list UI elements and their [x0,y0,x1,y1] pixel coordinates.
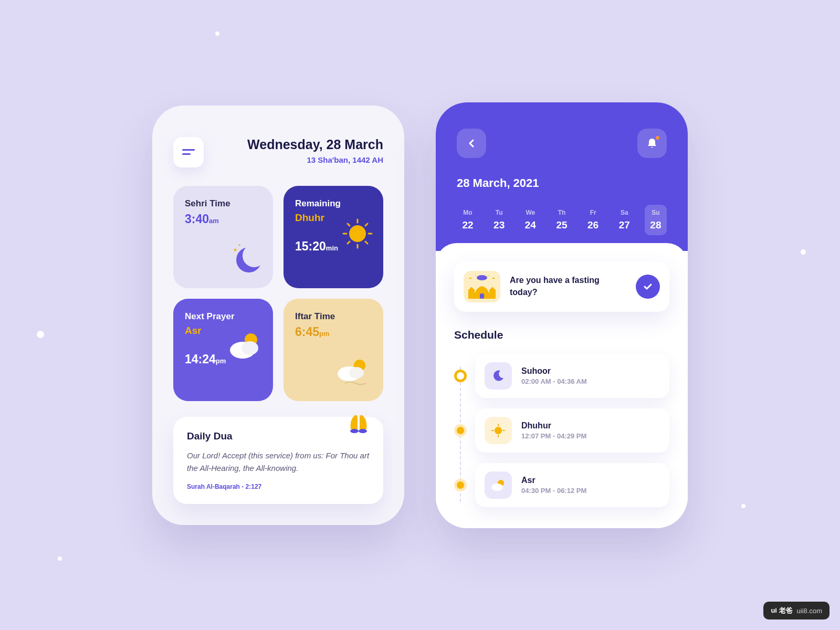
notification-badge [656,136,659,140]
next-prayer-card[interactable]: Next Prayer Asr 14:24pm [173,299,273,401]
fasting-question: Are you have a fasting today? [510,275,626,298]
watermark: ui 老爸 uii8.com [763,602,830,620]
card-label: Next Prayer [185,311,261,322]
schedule-heading: Schedule [454,329,669,341]
date-hijri: 13 Sha'ban, 1442 AH [214,155,383,164]
day-su[interactable]: Su28 [645,205,667,235]
home-screen: Wednesday, 28 March 13 Sha'ban, 1442 AH … [152,106,404,525]
timeline-dot [454,424,467,437]
card-label: Remaining [295,198,372,209]
day-th[interactable]: Th25 [551,205,573,235]
svg-line-10 [365,224,368,226]
timeline-dot [454,370,467,382]
sun-icon [485,417,512,444]
praying-hands-icon [344,409,373,439]
svg-point-16 [349,367,364,379]
schedule-item-suhoor[interactable]: Suhoor 02:00 AM - 04:36 AM [475,354,669,398]
schedule-item-asr[interactable]: Asr 04:30 PM - 06:12 PM [475,463,669,507]
svg-line-8 [365,242,368,244]
fasting-prompt-card: Are you have a fasting today? [454,261,669,312]
sun-cloud-icon [485,471,512,499]
decorative-dot [37,331,44,338]
watermark-brand: ui 老爸 [771,606,792,615]
header: Wednesday, 28 March 13 Sha'ban, 1442 AH [173,137,383,167]
card-value: 3:40am [185,212,261,226]
check-icon [642,281,654,292]
selected-date: 28 March, 2021 [457,176,667,190]
week-strip: Mo22 Tu23 We24 Th25 Fr26 Sa27 Su28 [457,205,667,235]
moon-icon [485,362,512,390]
day-sa[interactable]: Sa27 [613,205,635,235]
iftar-card[interactable]: Iftar Time 6:45pm [284,299,383,401]
schedule-time: 12:07 PM - 04:29 PM [521,432,586,440]
sun-icon [341,217,374,252]
dua-reference: Surah Al-Baqarah - 2:127 [187,483,370,490]
schedule-panel: Are you have a fasting today? Schedule S… [436,243,688,528]
back-button[interactable] [457,129,486,158]
svg-point-18 [359,429,367,433]
chevron-left-icon [466,138,477,149]
schedule-name: Suhoor [521,366,587,376]
day-mo[interactable]: Mo22 [457,205,479,235]
svg-point-23 [495,427,502,434]
calendar-header: 28 March, 2021 Mo22 Tu23 We24 Th25 Fr26 … [436,102,688,251]
decorative-dot [58,556,62,561]
card-value: 6:45pm [295,325,372,339]
card-label: Iftar Time [295,311,372,322]
schedule-time: 04:30 PM - 06:12 PM [521,487,586,495]
svg-point-2 [349,225,366,242]
schedule-name: Asr [521,476,586,485]
svg-line-7 [348,224,350,226]
svg-point-13 [242,341,258,355]
schedule-item-dhuhur[interactable]: Dhuhur 12:07 PM - 04:29 PM [475,408,669,453]
sun-cloud-icon [227,330,264,364]
mosque-icon [464,271,500,302]
menu-button[interactable] [173,137,204,167]
summary-grid: Sehri Time 3:40am Remaining Dhuhr 15:20m… [173,186,383,401]
svg-line-9 [348,242,350,244]
decorative-dot [215,32,219,36]
schedule-time: 02:00 AM - 04:36 AM [521,377,587,385]
notifications-button[interactable] [637,129,667,158]
daily-dua-card[interactable]: Daily Dua Our Lord! Accept (this service… [173,417,383,504]
top-bar [457,129,667,158]
day-we[interactable]: We24 [519,205,541,235]
schedule-screen: 28 March, 2021 Mo22 Tu23 We24 Th25 Fr26 … [436,102,688,528]
sehri-card[interactable]: Sehri Time 3:40am [173,186,273,288]
schedule-name: Dhuhur [521,421,586,430]
date-gregorian: Wednesday, 28 March [214,137,383,152]
svg-point-17 [350,429,359,433]
svg-rect-22 [480,293,484,299]
sunset-cloud-icon [334,357,374,391]
timeline-dot [454,479,467,491]
svg-rect-21 [489,289,496,299]
day-tu[interactable]: Tu23 [488,205,510,235]
dua-title: Daily Dua [187,430,370,442]
confirm-fasting-button[interactable] [636,275,660,299]
decorative-dot [801,249,806,255]
svg-point-19 [477,275,487,280]
decorative-dot [741,504,746,508]
moon-icon [228,240,264,278]
remaining-card[interactable]: Remaining Dhuhr 15:20min [284,186,383,288]
date-block: Wednesday, 28 March 13 Sha'ban, 1442 AH [214,137,383,164]
svg-rect-20 [468,289,475,299]
card-label: Sehri Time [185,198,261,209]
svg-point-29 [491,484,503,491]
dua-text: Our Lord! Accept (this service) from us:… [187,449,370,475]
day-fr[interactable]: Fr26 [582,205,604,235]
watermark-url: uii8.com [797,607,822,615]
schedule-timeline: Suhoor 02:00 AM - 04:36 AM Dhuhur 12:07 … [454,354,669,507]
